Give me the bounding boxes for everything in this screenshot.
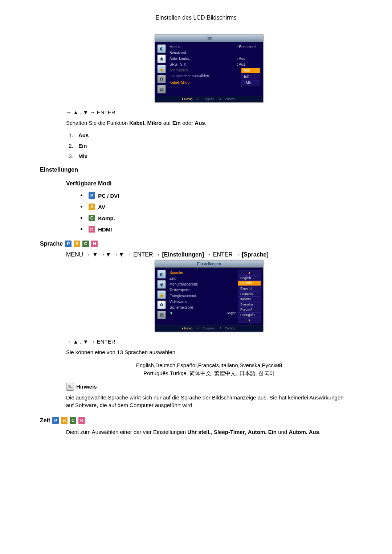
sprache-badge-c-icon: C	[82, 241, 89, 247]
mode-pc-dvi-label: PC / DVI	[98, 192, 119, 198]
osd-einst-footer: ♦ Navig. ⏎ Eingabe ↺ Zurück	[155, 325, 263, 332]
option-aus: Aus	[75, 132, 352, 138]
dropdown-down-arrow-icon: ▼	[238, 318, 261, 323]
badge-a-icon: A	[89, 204, 95, 210]
note-label: Hinweis	[76, 383, 97, 390]
dd-francais: Français	[238, 291, 261, 297]
mode-pc-dvi: P PC / DVI	[86, 192, 352, 199]
osd-screenshot-ton: Ton ◐ ◉ 🔒 ✿ ▤ Modus: Benutzerd. Benutzer…	[155, 34, 264, 103]
sprachen-count-text: Sie können eine von 13 Sprachen auswähle…	[66, 348, 352, 356]
osd2-row-menutrans: Menütransparenz	[170, 282, 198, 287]
osd-val-benutzerd	[237, 50, 260, 56]
heading-einstellungen: Einstellungen	[40, 167, 352, 173]
dropdown-up-arrow-icon: ▲	[238, 270, 261, 275]
menu-path-line: MENU → ▼ →▼ →▼ → ENTER → [Einstellungen]…	[66, 251, 352, 258]
zeit-badge-c-icon: C	[70, 417, 76, 424]
page-title: Einstellen des LCD-Bildschirms	[40, 15, 352, 24]
heading-verfuegbare-modi: Verfügbare Modi	[40, 180, 352, 187]
osd2-icon-lock: 🔒	[157, 290, 166, 299]
sprache-badge-h-icon: H	[91, 241, 98, 247]
osd-ton-footer: ♦ Navig. ⏎ Eingabe ↺ Zurück	[155, 96, 263, 102]
osd-val-autolautst: : Aus	[237, 56, 260, 61]
sprache-badge-a-icon: A	[74, 241, 80, 247]
heading-zeit: Zeit P A C H	[40, 417, 352, 424]
dd-deutsch: Deutsch	[238, 280, 261, 286]
osd-icon-sound: ◉	[157, 54, 166, 63]
nav-enter-line-2: → ▲ , ▼ → ENTER	[66, 338, 352, 345]
osd2-language-dropdown: ▲ English Deutsch Español Français Itali…	[238, 270, 261, 323]
mode-komp: C Komp.	[86, 214, 352, 221]
osd2-icon-multi: ▤	[157, 311, 166, 319]
osd2-row-mehr: Mehr	[227, 311, 236, 316]
osd-row-tonwaehlen: Ton wählen	[170, 68, 188, 73]
osd-val-tonwaehlen: Aus	[241, 68, 260, 73]
osd-row-modus: Modus	[170, 45, 180, 50]
osd-icon-lock: 🔒	[157, 65, 166, 73]
option-ein: Ein	[75, 143, 352, 149]
zeit-paragraph: Dient zum Auswählen einer der vier Einst…	[66, 428, 352, 436]
language-list-figure: English,Deutsch,Español,Français,Italian…	[66, 361, 352, 378]
heading-sprache: Sprache P A C H	[40, 241, 352, 247]
badge-p-icon: P	[89, 192, 95, 199]
badge-h-icon: H	[89, 226, 95, 233]
footer-rule	[40, 458, 352, 458]
osd-screenshot-einstellungen: Einstellungen ◐ ◉ 🔒 ✿ ▤ Sprache Zeit Men…	[155, 260, 264, 332]
dd-italiano: Italiano	[238, 296, 261, 302]
schalten-paragraph: Schalten Sie die Funktion Kabel. Mikro a…	[66, 119, 352, 127]
osd2-row-videowand: Videowand	[170, 299, 187, 304]
mode-av-label: AV	[98, 204, 105, 210]
mode-hdmi-label: HDMI	[98, 226, 112, 232]
zeit-badge-p-icon: P	[52, 417, 59, 424]
osd-val-lautsprecher: Ein	[241, 74, 260, 79]
dd-russian: Русский	[238, 307, 261, 312]
osd-row-srs: SRS TS XT	[170, 62, 188, 67]
osd-icon-picture: ◐	[157, 44, 166, 53]
osd-val-modus: : Benutzerd.	[237, 45, 260, 50]
nav-enter-line-1: → ▲ , ▼ → ENTER	[66, 109, 352, 115]
osd-row-kabelmikro: Kabel. Mikro	[170, 80, 190, 86]
sprache-badge-p-icon: P	[65, 241, 72, 247]
osd2-row-zeit: Zeit	[170, 276, 176, 281]
osd-icon-setup: ✿	[157, 75, 166, 83]
osd2-icon-picture: ◐	[157, 270, 166, 279]
osd-row-lautsprecher: Lautsprecher auswählen	[170, 74, 209, 79]
zeit-badge-a-icon: A	[61, 417, 68, 424]
mode-av: A AV	[86, 203, 352, 210]
osd2-row-tastensperre: Tastensperre	[170, 288, 191, 293]
osd2-row-energiespar: Energiesparmod.	[170, 294, 197, 299]
option-mix: Mix	[75, 153, 352, 159]
osd2-row-sprache: Sprache	[170, 270, 183, 275]
zeit-badge-h-icon: H	[78, 417, 85, 424]
dd-english: English	[238, 275, 261, 281]
dd-espanol: Español	[238, 286, 261, 291]
dd-svenska: Svenska	[238, 302, 261, 307]
osd2-row-sicherheitsbild: Sicherheitsbild	[170, 305, 193, 310]
osd-einst-title: Einstellungen	[155, 260, 263, 268]
mode-komp-label: Komp.	[98, 215, 115, 221]
dd-portugues: Português	[238, 312, 261, 318]
osd2-icon-sound: ◉	[157, 280, 166, 289]
osd2-icon-setup: ✿	[157, 300, 166, 309]
osd-ton-title: Ton	[155, 35, 263, 42]
hinweis-paragraph: Die ausgewählte Sprache wirkt sich nur a…	[66, 394, 352, 410]
mode-hdmi: H HDMI	[86, 226, 352, 233]
osd-icon-multi: ▤	[157, 85, 166, 94]
badge-c-icon: C	[89, 215, 95, 221]
option-list: Aus Ein Mix	[72, 132, 352, 159]
mode-list: P PC / DVI A AV C Komp. H HDMI	[86, 192, 352, 233]
osd-val-srs: : Aus	[237, 62, 260, 67]
osd-row-benutzerd: Benutzerd.	[170, 50, 187, 56]
note-icon: ✎	[66, 383, 74, 391]
osd-val-kabelmikro: : Mix	[241, 80, 260, 86]
osd-row-autolautst: Auto. Lautst.	[170, 56, 190, 61]
